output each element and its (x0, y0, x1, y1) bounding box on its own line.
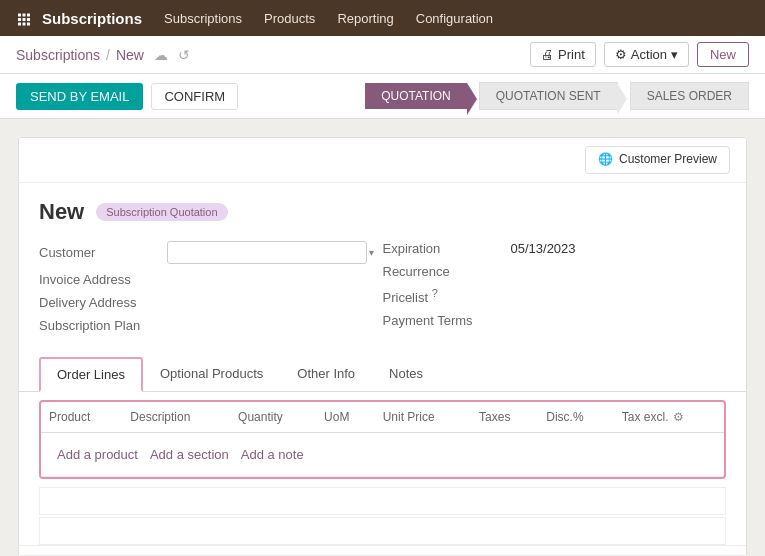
top-nav: Subscriptions Subscriptions Products Rep… (0, 0, 765, 36)
main-form: 🌐 Customer Preview New Subscription Quot… (18, 137, 747, 555)
status-quotation-label: QUOTATION (381, 89, 451, 103)
payment-terms-row: Payment Terms (383, 309, 727, 332)
breadcrumb-parent[interactable]: Subscriptions (16, 47, 100, 63)
settings-icon[interactable]: ⚙ (673, 410, 684, 424)
customer-input[interactable] (167, 241, 367, 264)
col-uom: UoM (316, 402, 375, 433)
empty-row-1 (39, 487, 726, 515)
recurrence-row: Recurrence (383, 260, 727, 283)
payment-terms-label: Payment Terms (383, 313, 503, 328)
form-left-col: Customer ▾ Invoice Address Delivery Addr… (39, 237, 383, 337)
print-label: Print (558, 47, 585, 62)
breadcrumb-sep: / (106, 47, 110, 63)
breadcrumb-actions: 🖨 Print ⚙ Action ▾ New (530, 42, 749, 67)
add-note-link[interactable]: Add a note (241, 447, 304, 462)
status-quotation-sent-label: QUOTATION SENT (496, 89, 601, 103)
order-lines-table-wrapper: Product Description Quantity UoM Unit Pr… (39, 400, 726, 480)
action-buttons: SEND BY EMAIL CONFIRM (16, 83, 238, 110)
status-sales-order-label: SALES ORDER (647, 89, 732, 103)
nav-links: Subscriptions Products Reporting Configu… (154, 7, 503, 30)
tab-optional-products[interactable]: Optional Products (143, 357, 280, 392)
app-brand: Subscriptions (42, 10, 142, 27)
status-quotation-sent[interactable]: QUOTATION SENT (479, 82, 618, 110)
table-header-row: Product Description Quantity UoM Unit Pr… (41, 402, 724, 433)
print-icon: 🖨 (541, 47, 554, 62)
order-lines-section: Product Description Quantity UoM Unit Pr… (19, 400, 746, 546)
col-description: Description (122, 402, 230, 433)
customer-input-wrapper: ▾ (167, 241, 374, 264)
recurrence-label: Recurrence (383, 264, 503, 279)
globe-icon: 🌐 (598, 152, 613, 168)
col-product: Product (41, 402, 122, 433)
add-links: Add a product Add a section Add a note (49, 439, 716, 470)
col-unit-price: Unit Price (375, 402, 471, 433)
chevron-down-icon: ▾ (671, 47, 678, 62)
col-tax-excl: Tax excl. ⚙ (614, 402, 724, 433)
customer-preview-bar: 🌐 Customer Preview (19, 138, 746, 183)
customer-dropdown-arrow: ▾ (369, 247, 374, 258)
refresh-icon[interactable]: ↺ (178, 47, 190, 63)
customer-field-row: Customer ▾ (39, 237, 383, 268)
add-links-cell: Add a product Add a section Add a note (41, 433, 724, 477)
form-right-col: Expiration 05/13/2023 Recurrence Priceli… (383, 237, 727, 337)
col-taxes: Taxes (471, 402, 538, 433)
new-button[interactable]: New (697, 42, 749, 67)
subscription-plan-label: Subscription Plan (39, 318, 159, 333)
form-fields: Customer ▾ Invoice Address Delivery Addr… (39, 237, 726, 337)
expiration-row: Expiration 05/13/2023 (383, 237, 727, 260)
customer-preview-button[interactable]: 🌐 Customer Preview (585, 146, 730, 174)
subscription-plan-row: Subscription Plan (39, 314, 383, 337)
tabs-container: Order Lines Optional Products Other Info… (19, 357, 746, 392)
tab-order-lines[interactable]: Order Lines (39, 357, 143, 392)
action-bar: SEND BY EMAIL CONFIRM QUOTATION QUOTATIO… (0, 74, 765, 119)
form-header: New Subscription Quotation Customer ▾ In… (19, 183, 746, 349)
nav-subscriptions[interactable]: Subscriptions (154, 7, 252, 30)
order-lines-table: Product Description Quantity UoM Unit Pr… (41, 402, 724, 478)
subscription-badge: Subscription Quotation (96, 203, 227, 221)
status-bar: QUOTATION QUOTATION SENT SALES ORDER (365, 82, 749, 110)
tab-notes[interactable]: Notes (372, 357, 440, 392)
col-quantity: Quantity (230, 402, 316, 433)
action-label: Action (631, 47, 667, 62)
gear-icon: ⚙ (615, 47, 627, 62)
add-section-link[interactable]: Add a section (150, 447, 229, 462)
send-email-button[interactable]: SEND BY EMAIL (16, 83, 143, 110)
empty-row-2 (39, 517, 726, 545)
form-title-row: New Subscription Quotation (39, 199, 726, 225)
pricelist-superscript: ? (432, 287, 438, 299)
pricelist-row: Pricelist ? (383, 283, 727, 309)
breadcrumb-current: New (116, 47, 144, 63)
add-product-link[interactable]: Add a product (57, 447, 138, 462)
expiration-value: 05/13/2023 (511, 241, 576, 256)
form-footer: Terms & Conditions: https://demo5.odoo.c… (19, 545, 746, 555)
cloud-save-icon: ☁ (154, 47, 168, 63)
tab-other-info[interactable]: Other Info (280, 357, 372, 392)
nav-reporting[interactable]: Reporting (327, 7, 403, 30)
apps-icon[interactable] (10, 4, 38, 32)
customer-label: Customer (39, 245, 159, 260)
customer-preview-label: Customer Preview (619, 152, 717, 168)
expiration-label: Expiration (383, 241, 503, 256)
delivery-address-label: Delivery Address (39, 295, 159, 310)
invoice-address-row: Invoice Address (39, 268, 383, 291)
action-button[interactable]: ⚙ Action ▾ (604, 42, 689, 67)
nav-products[interactable]: Products (254, 7, 325, 30)
add-links-row: Add a product Add a section Add a note (41, 433, 724, 477)
pricelist-label: Pricelist ? (383, 287, 503, 305)
form-title: New (39, 199, 84, 225)
nav-configuration[interactable]: Configuration (406, 7, 503, 30)
status-sales-order[interactable]: SALES ORDER (630, 82, 749, 110)
print-button[interactable]: 🖨 Print (530, 42, 596, 67)
confirm-button[interactable]: CONFIRM (151, 83, 238, 110)
delivery-address-row: Delivery Address (39, 291, 383, 314)
invoice-address-label: Invoice Address (39, 272, 159, 287)
status-quotation[interactable]: QUOTATION (365, 83, 467, 109)
breadcrumb: Subscriptions / New (16, 47, 144, 63)
col-disc: Disc.% (538, 402, 614, 433)
breadcrumb-bar: Subscriptions / New ☁ ↺ 🖨 Print ⚙ Action… (0, 36, 765, 74)
